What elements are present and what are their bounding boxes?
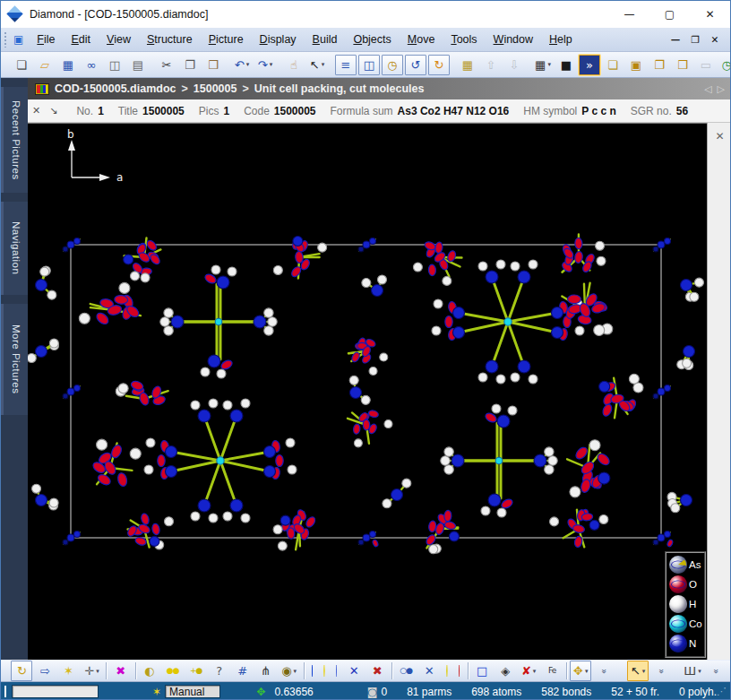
pointer-mode-button[interactable]: ↖▾ bbox=[627, 661, 649, 681]
molecule-cluster-frag[interactable] bbox=[667, 492, 692, 512]
tree-view-toggle[interactable]: ≡ bbox=[335, 55, 357, 75]
delete-atoms-button-dropdown[interactable]: ▾ bbox=[533, 668, 537, 675]
menu-move[interactable]: Move bbox=[400, 30, 443, 48]
undo-button[interactable]: ↶▾ bbox=[231, 55, 253, 75]
molecule-cluster-knot[interactable] bbox=[358, 531, 379, 548]
add-atoms-button[interactable]: ●● bbox=[162, 661, 184, 681]
breadcrumb-segment[interactable]: 1500005 bbox=[194, 82, 237, 95]
redo-button[interactable]: ↷▾ bbox=[254, 55, 276, 75]
mdi-close-button[interactable]: ✕ bbox=[705, 34, 725, 45]
molecule-cluster-as[interactable] bbox=[413, 240, 461, 285]
table-button[interactable]: ▦ bbox=[457, 55, 478, 75]
paste-picture-button[interactable]: ❒ bbox=[672, 55, 693, 75]
destroy-button[interactable]: ✖ bbox=[110, 661, 132, 681]
maximize-button[interactable]: ▢ bbox=[649, 1, 690, 28]
picture-button[interactable]: ▣ bbox=[625, 55, 647, 75]
refresh-button[interactable]: ↻ bbox=[428, 55, 450, 75]
menu-structure[interactable]: Structure bbox=[139, 30, 201, 48]
molecule-cluster-as[interactable] bbox=[599, 374, 643, 418]
open-button[interactable]: ▱ bbox=[34, 55, 56, 75]
menu-tools[interactable]: Tools bbox=[443, 30, 485, 48]
sidebar-tab-more-pictures[interactable]: More Pictures bbox=[1, 304, 28, 415]
grow-fragment-button[interactable]: ⋔ bbox=[255, 661, 277, 681]
remove-polyhedron-button[interactable]: ✕ bbox=[343, 661, 365, 681]
build-tools-button-dropdown[interactable]: ▾ bbox=[96, 668, 99, 675]
breadcrumb-segment[interactable]: COD-1500005.diamdoc bbox=[55, 82, 176, 95]
ring-yellow-button[interactable] bbox=[446, 665, 447, 677]
molecule-cluster-as[interactable] bbox=[273, 508, 316, 550]
molecule-cluster-as[interactable] bbox=[567, 440, 611, 497]
menu-build[interactable]: Build bbox=[305, 30, 346, 48]
molecule-cluster-knot[interactable] bbox=[63, 385, 81, 400]
new-document-button[interactable]: ❏ bbox=[11, 55, 32, 75]
remove-all-polyhedra-button[interactable]: ✖ bbox=[366, 661, 388, 681]
molecule-cluster-frag[interactable] bbox=[32, 484, 59, 510]
fill-cell-button[interactable]: ◐ bbox=[139, 661, 160, 681]
mdi-minimize-button[interactable]: — bbox=[666, 34, 685, 45]
molecule-cluster-as[interactable] bbox=[348, 337, 388, 375]
move-mode-button-dropdown[interactable]: ▾ bbox=[585, 668, 589, 675]
molecule-cluster-as[interactable] bbox=[79, 282, 141, 326]
undo-view-button[interactable]: ↺ bbox=[405, 55, 426, 75]
minimize-button[interactable]: — bbox=[609, 1, 649, 28]
coordination-sphere-button-dropdown[interactable]: ▾ bbox=[294, 668, 297, 675]
measure-overflow-button[interactable]: » bbox=[705, 661, 727, 681]
structure-canvas[interactable]: ba AsOHCoN bbox=[28, 123, 707, 660]
molecule-cluster-frag[interactable] bbox=[383, 479, 411, 508]
molecule-cluster-as[interactable] bbox=[425, 510, 459, 554]
menu-edit[interactable]: Edit bbox=[64, 30, 99, 48]
crumb-back-button[interactable]: ◁ bbox=[704, 83, 711, 95]
pointer-overflow-button[interactable]: » bbox=[650, 661, 672, 681]
molecule-cluster-as[interactable] bbox=[116, 380, 168, 407]
molecule-cluster-cross[interactable] bbox=[160, 265, 277, 378]
menu-help[interactable]: Help bbox=[541, 30, 580, 48]
copy-picture-button[interactable]: ❐ bbox=[649, 55, 670, 75]
add-atom-button[interactable]: +● bbox=[185, 661, 207, 681]
new-picture-button[interactable]: ❏ bbox=[602, 55, 624, 75]
sidebar-tab-navigation[interactable]: Navigation bbox=[1, 202, 28, 295]
grid-layout-button[interactable]: ▦▾ bbox=[532, 55, 554, 75]
molecule-cluster-star[interactable] bbox=[432, 260, 584, 384]
molecule-cluster-frag[interactable] bbox=[681, 278, 704, 301]
breadcrumb-segment[interactable]: Unit cell packing, cut molecules bbox=[254, 82, 425, 95]
close-button[interactable]: ✕ bbox=[690, 1, 730, 28]
polyhedra-outline-button[interactable] bbox=[312, 665, 313, 677]
delete-atoms-button[interactable]: ✘▾ bbox=[518, 661, 539, 681]
ring-red-button[interactable] bbox=[459, 665, 460, 677]
crumb-forward-button[interactable]: ▷ bbox=[718, 83, 725, 95]
menu-view[interactable]: View bbox=[99, 30, 139, 48]
measure-button-dropdown[interactable]: ▾ bbox=[698, 668, 701, 675]
panes-toggle[interactable]: ◫ bbox=[358, 55, 380, 75]
bond-style-button[interactable]: ○● bbox=[395, 661, 417, 681]
molecule-cluster-frag[interactable] bbox=[677, 346, 695, 370]
molecule-cluster-frag[interactable] bbox=[36, 266, 56, 299]
menu-window[interactable]: Window bbox=[486, 30, 541, 48]
molecule-cluster-knot[interactable] bbox=[653, 531, 674, 548]
molecule-cluster-as[interactable] bbox=[126, 513, 174, 549]
molecule-cluster-star[interactable] bbox=[144, 399, 297, 523]
molecule-cluster-as[interactable] bbox=[562, 283, 613, 336]
connect-atoms-button[interactable]: ? bbox=[209, 661, 230, 681]
print-preview-button[interactable]: ◫ bbox=[104, 55, 125, 75]
picture-history-button[interactable]: ◷▾ bbox=[718, 55, 731, 75]
picture-wizard-button[interactable]: ✶ bbox=[57, 661, 79, 681]
apply-to-picture-button[interactable]: ⇨ bbox=[34, 661, 56, 681]
info-expand-button[interactable]: ↘ bbox=[49, 105, 57, 117]
copy-button[interactable]: ❐ bbox=[179, 55, 201, 75]
pan-button[interactable]: ☝ bbox=[283, 55, 305, 75]
select-mode-button-dropdown[interactable]: ▾ bbox=[322, 61, 325, 68]
resize-grip[interactable]: ⋰ bbox=[717, 686, 727, 697]
menu-objects[interactable]: Objects bbox=[345, 30, 399, 48]
cut-button[interactable]: ✂ bbox=[156, 55, 177, 75]
save-button[interactable]: ▦ bbox=[57, 55, 79, 75]
sidebar-tab-recent-pictures[interactable]: Recent Pictures bbox=[1, 87, 28, 193]
panel-close-icon[interactable]: ✕ bbox=[712, 130, 728, 143]
paste-button[interactable]: ❒ bbox=[202, 55, 224, 75]
molecule-cluster-frag[interactable] bbox=[28, 339, 59, 362]
add-species-button[interactable]: Fe bbox=[541, 661, 563, 681]
unit-cell-button[interactable]: □ bbox=[471, 661, 493, 681]
move-overflow-button[interactable]: » bbox=[593, 661, 615, 681]
build-tools-button[interactable]: ✛▾ bbox=[81, 661, 102, 681]
polyhedra-filled-button[interactable] bbox=[323, 665, 324, 677]
molecule-cluster-knot[interactable] bbox=[653, 385, 671, 400]
